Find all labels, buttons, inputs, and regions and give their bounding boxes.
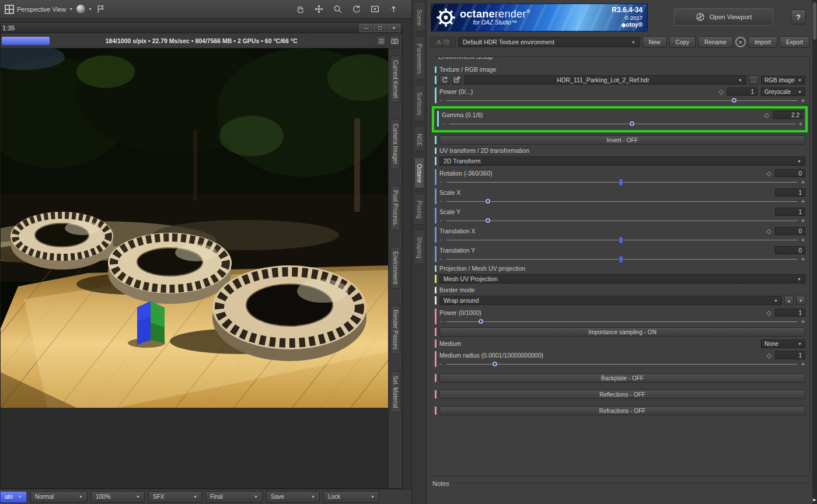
projection-dropdown[interactable]: Mesh UV Projection ▼ [439, 274, 805, 284]
slider-min-icon[interactable]: − [439, 97, 444, 103]
spin-up-button[interactable]: ▲ [784, 296, 794, 305]
reflections-toggle[interactable]: Reflections - OFF [439, 390, 805, 399]
tab-scene[interactable]: Scene [415, 4, 424, 32]
delete-preset-button[interactable]: × [735, 37, 746, 47]
scale-x-slider-handle[interactable] [486, 199, 490, 204]
slider-plus-icon[interactable]: + [801, 256, 805, 262]
slider-plus-icon[interactable]: + [801, 217, 805, 224]
tab-sel-material[interactable]: Sel. Material [390, 371, 400, 413]
refractions-toggle[interactable]: Refractions - OFF [439, 406, 805, 415]
scale-x-value[interactable]: 1 [775, 188, 805, 197]
tab-octane[interactable]: Octane [415, 158, 424, 188]
scale-y-value[interactable]: 1 [775, 208, 805, 216]
slider-plus-icon[interactable]: + [801, 178, 805, 186]
tab-surfaces[interactable]: Surfaces [415, 86, 424, 121]
snapshot-icon[interactable] [389, 36, 400, 46]
medium-dropdown[interactable]: None ▼ [761, 340, 805, 348]
rename-button[interactable]: Rename [698, 36, 733, 48]
open-file-icon[interactable] [452, 75, 462, 85]
power-mode-dropdown[interactable]: Greyscale ▼ [761, 88, 805, 96]
environment-preset-dropdown[interactable]: Default HDR Texture environment ▼ [458, 37, 640, 47]
importance-sampling-toggle[interactable]: Importance sampling - ON [439, 327, 805, 337]
reset-view-icon[interactable] [389, 4, 399, 14]
power2-slider[interactable] [446, 318, 798, 325]
slider-plus-icon[interactable]: + [801, 97, 805, 104]
panel-scrollbar[interactable]: ▶ [812, 0, 817, 504]
move-tool-icon[interactable] [314, 4, 324, 14]
translation-y-value[interactable]: 0 [775, 246, 805, 254]
translation-y-slider[interactable] [446, 256, 798, 262]
slider-min-icon[interactable]: − [439, 318, 444, 324]
spin-down-button[interactable]: ▼ [796, 296, 805, 305]
lock-dropdown[interactable]: Lock▼ [323, 491, 379, 503]
translation-y-slider-handle[interactable] [619, 256, 623, 262]
tab-render-passes[interactable]: Render Passes [390, 305, 400, 354]
reset-icon[interactable]: ◇ [767, 228, 771, 235]
help-button[interactable]: ? [791, 9, 806, 24]
reset-icon[interactable]: ◇ [719, 88, 724, 96]
frame-tool-icon[interactable] [370, 4, 380, 14]
slider-min-icon[interactable]: − [439, 256, 444, 262]
power-slider-handle[interactable] [732, 98, 736, 103]
invert-toggle-button[interactable]: Invert - OFF [439, 135, 805, 145]
view-selector[interactable]: Perspective View ▼ [5, 5, 73, 14]
close-button[interactable]: × [387, 24, 400, 32]
translation-x-value[interactable]: 0 [775, 227, 805, 235]
power2-slider-handle[interactable] [479, 319, 483, 324]
slider-min-icon[interactable]: − [439, 361, 444, 367]
gamma-slider-handle[interactable] [630, 121, 634, 126]
scrollbar-thumb[interactable] [813, 2, 816, 40]
uv-transform-dropdown[interactable]: 2D Transform ▼ [439, 156, 805, 166]
scroll-corner-icon[interactable]: ▶ [812, 498, 817, 502]
reset-icon[interactable]: ◇ [767, 352, 771, 359]
log-icon[interactable] [376, 36, 386, 46]
slider-plus-icon[interactable]: + [801, 198, 805, 205]
scale-x-slider[interactable] [446, 198, 798, 205]
translation-x-slider-handle[interactable] [619, 237, 623, 243]
slider-plus-icon[interactable]: + [801, 360, 805, 368]
copy-button[interactable]: Copy [669, 36, 696, 48]
texture-file-dropdown[interactable]: HDR_111_Parking_Lot_2_Ref.hdr ▼ [464, 75, 746, 85]
medium-radius-slider[interactable] [446, 360, 798, 368]
scale-y-slider[interactable] [446, 217, 798, 224]
final-dropdown[interactable]: Final▼ [205, 491, 263, 503]
zoom-tool-icon[interactable] [333, 4, 343, 14]
render-window-titlebar[interactable]: 1:35 — □ × [1, 23, 402, 33]
slider-min-icon[interactable]: − [439, 218, 444, 223]
pan-tool-icon[interactable] [295, 4, 305, 14]
tab-nge[interactable]: NGE [415, 128, 424, 152]
texture-type-dropdown[interactable]: RGB image ▼ [761, 76, 805, 85]
tab-posing[interactable]: Posing [415, 195, 424, 225]
rotation-value[interactable]: 0 [775, 169, 805, 177]
scale-y-slider-handle[interactable] [486, 218, 490, 223]
sfx-dropdown[interactable]: SFX▼ [148, 491, 202, 503]
slider-min-icon[interactable]: − [439, 179, 444, 185]
drawstyle-selector[interactable]: ▼ [76, 5, 92, 13]
slider-plus-icon[interactable]: + [801, 236, 805, 243]
rotation-slider[interactable] [446, 178, 798, 186]
translation-x-slider[interactable] [446, 236, 798, 243]
aux-viewport-icon[interactable] [96, 4, 106, 14]
backplate-toggle[interactable]: Backplate - OFF [439, 373, 805, 383]
orbit-tool-icon[interactable] [351, 4, 361, 14]
new-button[interactable]: New [643, 36, 667, 48]
slider-min-icon[interactable]: − [439, 198, 444, 204]
open-viewport-button[interactable]: Open Viewport [674, 8, 773, 26]
medium-radius-slider-handle[interactable] [493, 362, 497, 366]
medium-radius-value[interactable]: 1 [775, 351, 805, 359]
import-button[interactable]: Import [748, 36, 777, 48]
tab-post-process[interactable]: Post Process. [390, 186, 400, 231]
tab-shaping[interactable]: Shaping [415, 231, 424, 264]
slider-min-icon[interactable]: − [439, 237, 444, 243]
reset-icon[interactable]: ◇ [767, 309, 771, 317]
tab-parameters[interactable]: Parameters [415, 38, 424, 80]
border-mode-dropdown[interactable]: Wrap around ▼ [439, 296, 782, 305]
power-slider[interactable] [446, 97, 798, 104]
power2-value[interactable]: 1 [775, 309, 805, 317]
save-dropdown[interactable]: Save▼ [266, 491, 320, 503]
browse-button[interactable]: … [749, 75, 759, 85]
tab-camera-imager[interactable]: Camera Imager [390, 119, 400, 169]
maximize-button[interactable]: □ [373, 24, 386, 32]
slider-min-icon[interactable]: − [442, 121, 446, 127]
slider-plus-icon[interactable]: + [798, 120, 803, 127]
